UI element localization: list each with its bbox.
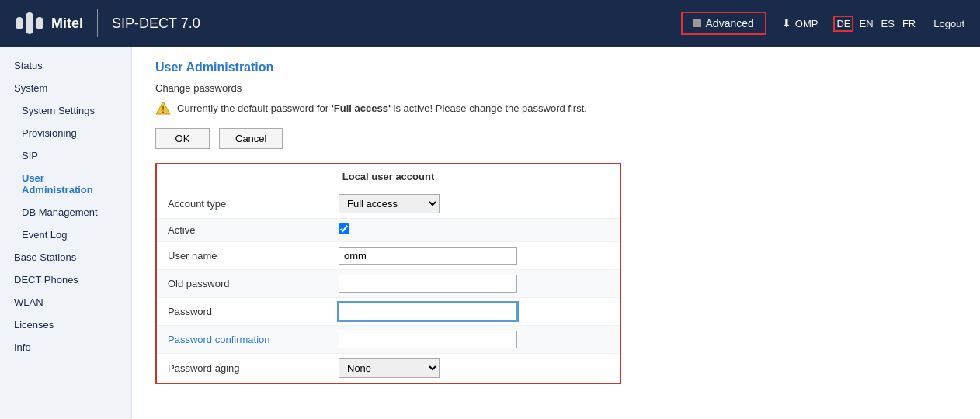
- username-control: [339, 247, 609, 265]
- header: Mitel SIP-DECT 7.0 Advanced ⬇ OMP DE EN …: [0, 0, 980, 47]
- svg-rect-0: [16, 17, 23, 29]
- password-aging-control: None 30 days 60 days 90 days: [339, 358, 609, 378]
- sidebar-item-sip[interactable]: SIP: [0, 144, 131, 167]
- lang-es-button[interactable]: ES: [879, 16, 897, 31]
- sidebar-item-status[interactable]: Status: [0, 54, 131, 77]
- logo: Mitel: [16, 12, 83, 34]
- svg-text:!: !: [162, 105, 165, 114]
- lang-en-button[interactable]: EN: [857, 16, 875, 31]
- omp-label: OMP: [795, 18, 818, 29]
- sidebar-item-base-stations[interactable]: Base Stations: [0, 246, 131, 268]
- account-type-select[interactable]: Full access Read only: [339, 194, 440, 213]
- sidebar-item-info[interactable]: Info: [0, 336, 131, 358]
- ok-button[interactable]: OK: [155, 128, 210, 149]
- language-group: DE EN ES FR: [833, 16, 918, 32]
- account-type-label: Account type: [168, 198, 339, 210]
- download-icon: ⬇: [782, 17, 791, 29]
- page-title: User Administration: [155, 61, 957, 74]
- section-label: Change passwords: [155, 82, 957, 94]
- old-password-input[interactable]: [339, 275, 517, 293]
- page-layout: Status System System Settings Provisioni…: [0, 47, 980, 419]
- local-user-account-form: Local user account Account type Full acc…: [155, 163, 621, 384]
- sidebar-item-system[interactable]: System: [0, 77, 131, 99]
- password-control: [339, 303, 609, 320]
- header-right: Advanced ⬇ OMP DE EN ES FR Logout: [681, 12, 964, 35]
- sidebar-item-licenses[interactable]: Licenses: [0, 313, 131, 336]
- password-aging-label: Password aging: [168, 362, 339, 374]
- advanced-label: Advanced: [706, 17, 754, 29]
- logo-text: Mitel: [51, 16, 83, 32]
- advanced-square-icon: [693, 19, 701, 27]
- sidebar-item-system-settings[interactable]: System Settings: [0, 99, 131, 122]
- username-label: User name: [168, 250, 339, 261]
- warning-icon: !: [155, 100, 171, 116]
- lang-fr-button[interactable]: FR: [900, 16, 918, 31]
- sidebar: Status System System Settings Provisioni…: [0, 47, 132, 419]
- password-input[interactable]: [339, 303, 517, 320]
- form-row-old-password: Old password: [157, 270, 620, 298]
- form-row-password: Password: [157, 298, 620, 326]
- sidebar-item-event-log[interactable]: Event Log: [0, 223, 131, 246]
- password-confirmation-control: [339, 331, 609, 348]
- warning-text: Currently the default password for 'Full…: [177, 102, 587, 114]
- app-title: SIP-DECT 7.0: [112, 16, 200, 32]
- omp-button[interactable]: ⬇ OMP: [782, 17, 818, 29]
- password-label: Password: [168, 306, 339, 317]
- lang-de-button[interactable]: DE: [833, 16, 853, 32]
- form-row-password-confirm: Password confirmation: [157, 326, 620, 354]
- form-row-account-type: Account type Full access Read only: [157, 189, 620, 219]
- active-control: [339, 223, 609, 237]
- username-input[interactable]: [339, 247, 517, 265]
- form-row-password-aging: Password aging None 30 days 60 days 90 d…: [157, 354, 620, 383]
- logout-button[interactable]: Logout: [933, 18, 964, 29]
- sidebar-item-user-administration[interactable]: User Administration: [0, 167, 131, 201]
- old-password-label: Old password: [168, 278, 339, 289]
- advanced-button[interactable]: Advanced: [681, 12, 766, 35]
- old-password-control: [339, 275, 609, 293]
- account-type-control: Full access Read only: [339, 194, 609, 213]
- active-checkbox[interactable]: [339, 223, 349, 234]
- svg-rect-2: [36, 17, 43, 29]
- mitel-logo-icon: [16, 12, 43, 34]
- active-label: Active: [168, 224, 339, 236]
- action-buttons: OK Cancel: [155, 128, 957, 149]
- sidebar-item-provisioning[interactable]: Provisioning: [0, 122, 131, 144]
- main-content: User Administration Change passwords ! C…: [132, 47, 980, 419]
- cancel-button[interactable]: Cancel: [219, 128, 283, 149]
- form-row-username: User name: [157, 242, 620, 270]
- sidebar-item-db-management[interactable]: DB Management: [0, 201, 131, 223]
- warning-box: ! Currently the default password for 'Fu…: [155, 100, 957, 116]
- sidebar-item-wlan[interactable]: WLAN: [0, 291, 131, 313]
- form-title: Local user account: [157, 164, 620, 189]
- password-confirmation-label: Password confirmation: [168, 334, 339, 345]
- header-divider: [97, 9, 98, 37]
- form-row-active: Active: [157, 219, 620, 242]
- sidebar-item-dect-phones[interactable]: DECT Phones: [0, 268, 131, 291]
- svg-rect-1: [26, 12, 33, 34]
- password-confirmation-input[interactable]: [339, 331, 517, 348]
- password-aging-select[interactable]: None 30 days 60 days 90 days: [339, 358, 440, 378]
